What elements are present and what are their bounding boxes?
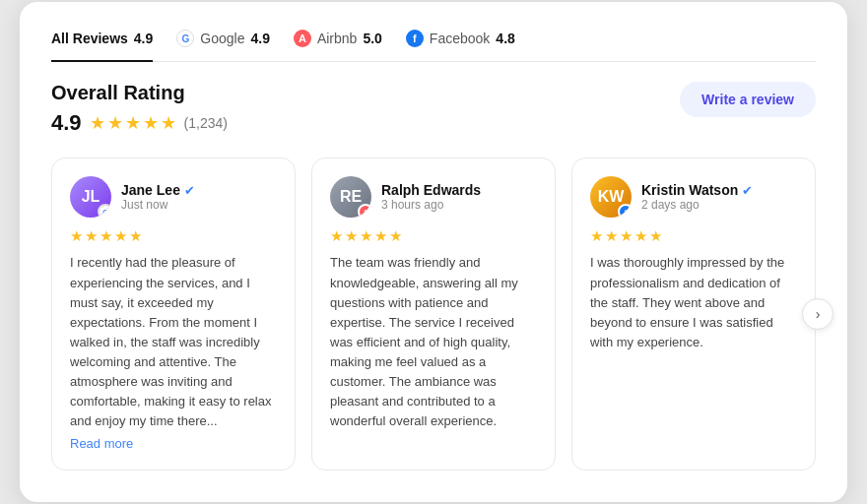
review-card-jane: JL G Jane Lee ✔ Just now ★ ★ ★ ★ ★ I rec: [51, 158, 296, 470]
review-count: (1,234): [184, 115, 228, 131]
reviewer-name-kristin: Kristin Watson: [641, 182, 738, 198]
airbnb-icon: A: [294, 30, 311, 47]
overall-left: Overall Rating 4.9 ★ ★ ★ ★ ★ (1,234): [51, 82, 228, 136]
tab-google-label: Google: [200, 31, 244, 46]
star-1: ★: [90, 112, 105, 134]
tab-google[interactable]: G Google 4.9: [176, 30, 270, 47]
facebook-icon: f: [406, 30, 424, 47]
write-review-button[interactable]: Write a review: [680, 82, 816, 117]
google-icon: G: [176, 30, 194, 47]
verified-icon-kristin: ✔: [742, 183, 753, 198]
avatar-ralph: RE A: [330, 176, 371, 218]
reviewer-name-ralph: Ralph Edwards: [381, 182, 481, 198]
overall-title: Overall Rating: [51, 82, 228, 104]
platform-badge-kristin: f: [618, 204, 632, 218]
reviews-widget: All Reviews 4.9 G Google 4.9 A Airbnb 5.…: [20, 2, 847, 501]
review-stars-ralph: ★ ★ ★ ★ ★: [330, 227, 537, 245]
star-sm: ★: [590, 227, 603, 245]
star-4: ★: [143, 112, 159, 134]
reviewer-name-row-kristin: Kristin Watson ✔: [641, 182, 753, 198]
tab-facebook-score: 4.8: [496, 31, 514, 46]
star-sm: ★: [85, 227, 98, 245]
reviewer-name-jane: Jane Lee: [121, 182, 180, 198]
review-text-kristin: I was thoroughly impressed by the profes…: [590, 253, 797, 352]
review-time-ralph: 3 hours ago: [381, 198, 481, 212]
tab-all-reviews[interactable]: All Reviews 4.9: [51, 31, 153, 62]
platform-badge-ralph: A: [358, 204, 371, 218]
review-text-jane: I recently had the pleasure of experienc…: [70, 253, 277, 431]
review-text-ralph: The team was friendly and knowledgeable,…: [330, 253, 537, 431]
tab-facebook-label: Facebook: [430, 31, 490, 46]
platform-badge-jane: G: [98, 204, 111, 218]
tab-airbnb-label: Airbnb: [317, 31, 357, 46]
review-stars-kristin: ★ ★ ★ ★ ★: [590, 227, 797, 245]
star-sm: ★: [389, 227, 402, 245]
review-time-kristin: 2 days ago: [641, 198, 753, 212]
star-sm: ★: [345, 227, 358, 245]
star-sm: ★: [360, 227, 372, 245]
star-sm: ★: [100, 227, 112, 245]
overall-stars: ★ ★ ★ ★ ★: [90, 112, 176, 134]
tab-all-reviews-label: All Reviews: [51, 31, 128, 46]
tab-bar: All Reviews 4.9 G Google 4.9 A Airbnb 5.…: [51, 30, 816, 62]
star-sm: ★: [374, 227, 387, 245]
reviewer-info-jane: Jane Lee ✔ Just now: [121, 182, 195, 212]
star-sm: ★: [634, 227, 647, 245]
reviewer-name-row-ralph: Ralph Edwards: [381, 182, 481, 198]
read-more-jane[interactable]: Read more: [70, 436, 133, 451]
star-sm: ★: [114, 227, 127, 245]
tab-facebook[interactable]: f Facebook 4.8: [406, 30, 515, 47]
star-sm: ★: [649, 227, 662, 245]
star-sm: ★: [620, 227, 633, 245]
review-time-jane: Just now: [121, 198, 195, 212]
star-5: ★: [161, 112, 176, 134]
tab-airbnb[interactable]: A Airbnb 5.0: [294, 30, 382, 47]
avatar-jane: JL G: [70, 176, 111, 218]
overall-score: 4.9: [51, 110, 82, 136]
star-sm: ★: [129, 227, 142, 245]
review-card-ralph: RE A Ralph Edwards 3 hours ago ★ ★ ★ ★ ★…: [311, 158, 556, 470]
reviewer-info-ralph: Ralph Edwards 3 hours ago: [381, 182, 481, 212]
reviewer-name-row-jane: Jane Lee ✔: [121, 182, 195, 198]
review-card-kristin: KW f Kristin Watson ✔ 2 days ago ★ ★ ★ ★…: [571, 158, 816, 470]
star-sm: ★: [70, 227, 83, 245]
reviews-grid: JL G Jane Lee ✔ Just now ★ ★ ★ ★ ★ I rec: [51, 158, 816, 470]
next-arrow-button[interactable]: ›: [802, 298, 834, 330]
reviewer-header-kristin: KW f Kristin Watson ✔ 2 days ago: [590, 176, 797, 218]
overall-rating-section: Overall Rating 4.9 ★ ★ ★ ★ ★ (1,234) Wri…: [51, 82, 816, 136]
review-stars-jane: ★ ★ ★ ★ ★: [70, 227, 277, 245]
star-sm: ★: [605, 227, 618, 245]
tab-google-score: 4.9: [250, 31, 269, 46]
overall-stars-row: 4.9 ★ ★ ★ ★ ★ (1,234): [51, 110, 228, 136]
reviewer-header-jane: JL G Jane Lee ✔ Just now: [70, 176, 277, 218]
star-2: ★: [107, 112, 123, 134]
star-3: ★: [125, 112, 141, 134]
tab-all-reviews-score: 4.9: [134, 31, 153, 46]
verified-icon-jane: ✔: [184, 183, 195, 198]
reviewer-info-kristin: Kristin Watson ✔ 2 days ago: [641, 182, 753, 212]
avatar-kristin: KW f: [590, 176, 632, 218]
star-sm: ★: [330, 227, 343, 245]
reviewer-header-ralph: RE A Ralph Edwards 3 hours ago: [330, 176, 537, 218]
tab-airbnb-score: 5.0: [363, 31, 381, 46]
